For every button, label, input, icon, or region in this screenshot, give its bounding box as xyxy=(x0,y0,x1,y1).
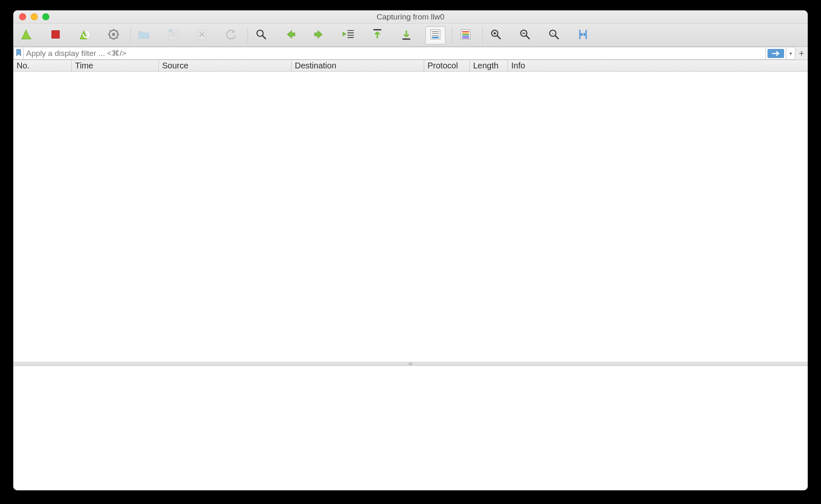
svg-rect-15 xyxy=(169,29,172,32)
zoom-reset-icon: = xyxy=(548,28,560,42)
stop-capture-button[interactable] xyxy=(46,26,66,44)
start-capture-button[interactable] xyxy=(17,26,36,44)
packet-list-headers: No. Time Source Destination Protocol Len… xyxy=(13,60,808,72)
reload-icon xyxy=(225,28,237,42)
resize-columns-icon xyxy=(577,28,589,42)
minimize-window-button[interactable] xyxy=(31,13,38,20)
svg-line-43 xyxy=(526,35,530,39)
svg-line-46 xyxy=(555,35,559,39)
back-icon xyxy=(284,28,296,42)
zoom-out-button[interactable] xyxy=(515,26,535,44)
shark-fin-start-icon xyxy=(20,28,33,42)
svg-text:=: = xyxy=(551,31,554,35)
packet-list-pane[interactable] xyxy=(13,72,808,362)
toolbar-separator xyxy=(482,27,483,44)
chevron-down-icon: ▾ xyxy=(789,51,792,56)
column-header-source[interactable]: Source xyxy=(158,60,291,71)
filter-history-dropdown[interactable]: ▾ xyxy=(786,47,795,60)
svg-line-9 xyxy=(110,37,111,38)
svg-line-10 xyxy=(117,30,118,32)
column-header-length[interactable]: Length xyxy=(469,60,508,71)
app-window: Capturing from llw0 xyxy=(13,10,808,490)
toolbar-separator xyxy=(130,27,131,44)
toolbar-separator xyxy=(452,27,452,44)
colorize-button[interactable] xyxy=(456,26,476,44)
close-file-icon xyxy=(196,28,208,42)
svg-line-7 xyxy=(110,30,111,32)
find-icon xyxy=(255,28,267,42)
plus-icon: + xyxy=(799,48,804,59)
open-file-button[interactable] xyxy=(134,26,154,44)
svg-line-20 xyxy=(262,35,266,39)
display-filter-input[interactable] xyxy=(23,47,765,60)
capture-options-icon xyxy=(107,28,120,42)
column-header-time[interactable]: Time xyxy=(71,60,158,71)
window-controls xyxy=(13,13,49,20)
find-button[interactable] xyxy=(251,26,271,44)
zoom-in-button[interactable] xyxy=(486,26,506,44)
open-file-icon xyxy=(138,28,150,42)
apply-arrow-icon xyxy=(768,49,784,58)
close-file-button[interactable] xyxy=(192,26,212,44)
main-toolbar: = xyxy=(13,24,808,47)
svg-rect-0 xyxy=(52,30,60,38)
window-title: Capturing from llw0 xyxy=(13,12,808,22)
first-packet-button[interactable] xyxy=(367,26,387,44)
stop-capture-icon xyxy=(49,28,62,42)
goto-packet-icon xyxy=(342,28,355,42)
first-packet-icon xyxy=(371,28,384,42)
go-forward-button[interactable] xyxy=(309,26,329,44)
pane-splitter[interactable] xyxy=(13,362,808,366)
svg-line-39 xyxy=(497,35,500,39)
toolbar-separator xyxy=(248,27,248,44)
svg-point-19 xyxy=(257,30,263,36)
splitter-grip-icon xyxy=(408,363,413,365)
forward-icon xyxy=(313,28,325,42)
capture-options-button[interactable] xyxy=(104,26,124,44)
column-header-no[interactable]: No. xyxy=(13,60,71,71)
last-packet-button[interactable] xyxy=(396,26,416,44)
close-window-button[interactable] xyxy=(19,13,26,20)
svg-line-8 xyxy=(117,37,118,38)
goto-packet-button[interactable] xyxy=(338,26,358,44)
packet-bytes-pane[interactable] xyxy=(13,366,808,490)
zoom-in-icon xyxy=(490,28,502,42)
column-header-info[interactable]: Info xyxy=(508,60,808,71)
restart-capture-button[interactable] xyxy=(75,26,95,44)
filter-apply-button[interactable] xyxy=(765,47,786,60)
zoom-window-button[interactable] xyxy=(42,13,49,20)
titlebar: Capturing from llw0 xyxy=(13,10,808,24)
svg-point-2 xyxy=(112,33,115,36)
go-back-button[interactable] xyxy=(280,26,300,44)
save-file-button[interactable] xyxy=(163,26,183,44)
auto-scroll-button[interactable] xyxy=(425,26,445,44)
resize-columns-button[interactable] xyxy=(573,26,593,44)
last-packet-icon xyxy=(400,28,413,42)
restart-capture-icon xyxy=(78,28,91,42)
add-filter-button[interactable]: + xyxy=(795,47,808,60)
filter-bookmark-button[interactable] xyxy=(13,47,23,60)
bookmark-icon xyxy=(16,49,22,58)
zoom-reset-button[interactable]: = xyxy=(544,26,564,44)
colorize-icon xyxy=(459,28,472,42)
column-header-destination[interactable]: Destination xyxy=(291,60,424,71)
auto-scroll-icon xyxy=(429,28,442,42)
zoom-out-icon xyxy=(519,28,531,42)
display-filter-bar: ▾ + xyxy=(13,47,808,60)
save-file-icon xyxy=(167,28,179,42)
reload-button[interactable] xyxy=(221,26,241,44)
svg-rect-31 xyxy=(432,36,439,38)
column-header-protocol[interactable]: Protocol xyxy=(424,60,469,71)
